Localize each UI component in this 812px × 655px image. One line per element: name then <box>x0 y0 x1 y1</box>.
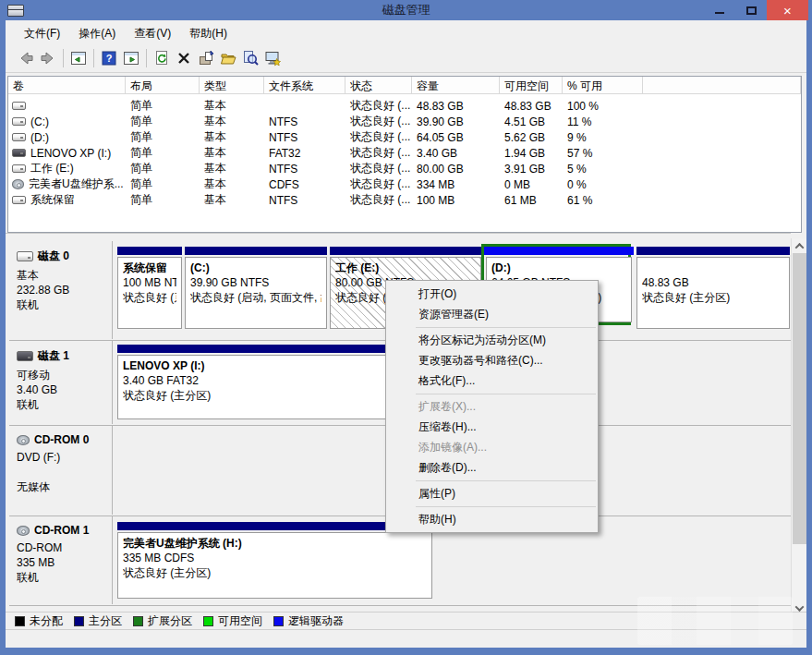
menu-item-change-letter[interactable]: 更改驱动器号和路径(C)... <box>386 350 598 370</box>
table-row[interactable]: 系统保留 简单 基本 NTFS 状态良好 (... 100 MB 61 MB 6… <box>8 192 801 208</box>
column-header-volume[interactable]: 卷 <box>8 77 126 93</box>
primary-partition-bar <box>185 247 327 255</box>
minimize-button[interactable] <box>704 0 735 20</box>
column-header-pctfree[interactable]: % 可用 <box>563 77 643 93</box>
column-header-type[interactable]: 类型 <box>200 77 264 93</box>
cell-status: 状态良好 (... <box>345 145 412 161</box>
partition-c[interactable]: (C:) 39.90 GB NTFS 状态良好 (启动, 页面文件, 故障转储,… <box>185 247 327 329</box>
volume-name: 系统保留 <box>30 192 75 208</box>
console-tree-icon <box>69 49 88 67</box>
legend-label: 逻辑驱动器 <box>288 613 344 629</box>
disk-status: 联机 <box>17 570 106 585</box>
close-button[interactable]: × <box>767 0 808 20</box>
menu-item-properties[interactable]: 属性(P) <box>386 483 598 503</box>
back-arrow-icon <box>17 49 35 67</box>
maximize-button[interactable] <box>735 0 767 20</box>
window-title: 磁盘管理 <box>0 2 812 18</box>
partition-size: 335 MB CDFS <box>123 551 427 565</box>
disk-status: 联机 <box>17 297 106 312</box>
column-header-capacity[interactable]: 容量 <box>412 77 500 93</box>
partition-lenovo-xp[interactable]: LENOVO XP (I:) 3.40 GB FAT32 状态良好 (主分区) <box>117 345 388 419</box>
cell-free: 1.94 GB <box>500 147 563 160</box>
disk-icon <box>17 251 33 261</box>
table-row[interactable]: 工作 (E:) 简单 基本 NTFS 状态良好 (... 80.00 GB 3.… <box>8 161 801 176</box>
cell-filesystem: NTFS <box>264 163 345 176</box>
table-row[interactable]: LENOVO XP (I:) 简单 基本 FAT32 状态良好 (... 3.4… <box>8 145 801 161</box>
refresh-icon <box>152 49 171 67</box>
table-row[interactable]: 简单 基本 状态良好 (... 48.83 GB 48.83 GB 100 % <box>8 98 801 114</box>
toolbar-separator <box>63 49 64 67</box>
forward-button[interactable] <box>37 47 59 69</box>
cell-status: 状态良好 (... <box>345 192 412 208</box>
menu-separator <box>416 327 596 328</box>
cell-type: 基本 <box>200 145 264 161</box>
show-console-tree-button[interactable] <box>67 47 90 69</box>
menu-item-help[interactable]: 帮助(H) <box>386 509 598 529</box>
properties-button[interactable] <box>195 47 217 69</box>
menu-item-mark-active[interactable]: 将分区标记为活动分区(M) <box>386 330 598 350</box>
cell-capacity: 64.05 GB <box>412 131 500 144</box>
menu-file[interactable]: 文件(F) <box>15 23 69 44</box>
disk-title: CD-ROM 0 <box>34 433 89 446</box>
partition-system-reserved[interactable]: 系统保留 100 MB NTFS 状态良好 (系统, 活动, 主分区) <box>117 247 182 329</box>
column-header-layout[interactable]: 布局 <box>126 77 200 93</box>
show-action-pane-button[interactable] <box>120 47 142 69</box>
menu-item-delete-volume[interactable]: 删除卷(D)... <box>386 457 598 478</box>
legend-label: 扩展分区 <box>148 613 192 629</box>
cell-pctfree: 11 % <box>563 115 643 128</box>
delete-x-icon <box>175 49 193 67</box>
open-folder-button[interactable] <box>217 47 239 69</box>
primary-partition-bar <box>636 247 790 255</box>
partition-unlettered[interactable]: 48.83 GB 状态良好 (主分区) <box>636 247 790 329</box>
manage-computer-button[interactable] <box>261 47 284 69</box>
menu-view[interactable]: 查看(V) <box>125 23 180 44</box>
menu-item-explorer[interactable]: 资源管理器(E) <box>386 304 598 324</box>
action-pane-icon <box>122 49 140 67</box>
table-row[interactable]: (D:) 简单 基本 NTFS 状态良好 (... 64.05 GB 5.62 … <box>8 129 801 145</box>
cell-status: 状态良好 (... <box>345 161 412 176</box>
drive-icon <box>12 117 26 126</box>
menu-help[interactable]: 帮助(H) <box>180 23 236 44</box>
help-button[interactable]: ? <box>98 47 120 69</box>
cell-free: 4.51 GB <box>500 115 563 128</box>
forward-arrow-icon <box>39 49 57 67</box>
view-button[interactable] <box>239 47 261 69</box>
column-header-free[interactable]: 可用空间 <box>500 77 563 93</box>
disk0-label[interactable]: 磁盘 0 基本 232.88 GB 联机 <box>9 241 113 339</box>
volume-list-header: 卷 布局 类型 文件系统 状态 容量 可用空间 % 可用 <box>8 77 801 94</box>
menu-item-format[interactable]: 格式化(F)... <box>386 370 598 391</box>
partition-status: 状态良好 (主分区) <box>123 388 382 403</box>
menu-item-shrink-volume[interactable]: 压缩卷(H)... <box>386 417 598 437</box>
column-header-status[interactable]: 状态 <box>345 77 412 93</box>
scroll-up-button[interactable] <box>792 238 807 253</box>
cell-layout: 简单 <box>126 176 200 192</box>
toolbar-separator <box>146 49 147 67</box>
volume-name: 工作 (E:) <box>30 161 74 176</box>
cell-filesystem: CDFS <box>264 178 345 191</box>
cdrom1-label[interactable]: CD-ROM 1 CD-ROM 335 MB 联机 <box>9 516 113 604</box>
partition-name: 工作 (E:) <box>335 261 476 275</box>
disk-type: 可移动 <box>17 368 106 382</box>
menu-action[interactable]: 操作(A) <box>69 23 125 44</box>
primary-partition-bar <box>117 345 388 353</box>
menu-item-open[interactable]: 打开(O) <box>386 284 598 304</box>
refresh-button[interactable] <box>151 47 173 69</box>
column-header-filesystem[interactable]: 文件系统 <box>264 77 345 93</box>
table-row[interactable]: (C:) 简单 基本 NTFS 状态良好 (... 39.90 GB 4.51 … <box>8 114 801 129</box>
cell-capacity: 80.00 GB <box>412 163 500 176</box>
table-row[interactable]: 完美者U盘维护系... 简单 基本 CDFS 状态良好 (... 334 MB … <box>8 176 801 192</box>
cdrom0-label[interactable]: CD-ROM 0 DVD (F:) 无媒体 <box>9 426 113 515</box>
toolbar: ? <box>6 44 806 73</box>
cell-filesystem: NTFS <box>264 115 345 128</box>
legend-color-extended <box>133 616 143 626</box>
delete-button[interactable] <box>173 47 195 69</box>
disk1-label[interactable]: 磁盘 1 可移动 3.40 GB 联机 <box>9 341 113 424</box>
disk-management-window: 磁盘管理 × 文件(F) 操作(A) 查看(V) 帮助(H) ? <box>0 0 812 655</box>
cell-layout: 简单 <box>126 192 200 208</box>
partition-h-usb-maintenance[interactable]: 完美者U盘维护系统 (H:) 335 MB CDFS 状态良好 (主分区) <box>117 522 432 599</box>
back-button[interactable] <box>15 47 37 69</box>
vertical-scrollbar[interactable] <box>791 238 806 615</box>
cd-icon <box>12 179 24 189</box>
scrollbar-thumb[interactable] <box>793 253 806 544</box>
disk-title: 磁盘 0 <box>38 249 69 264</box>
